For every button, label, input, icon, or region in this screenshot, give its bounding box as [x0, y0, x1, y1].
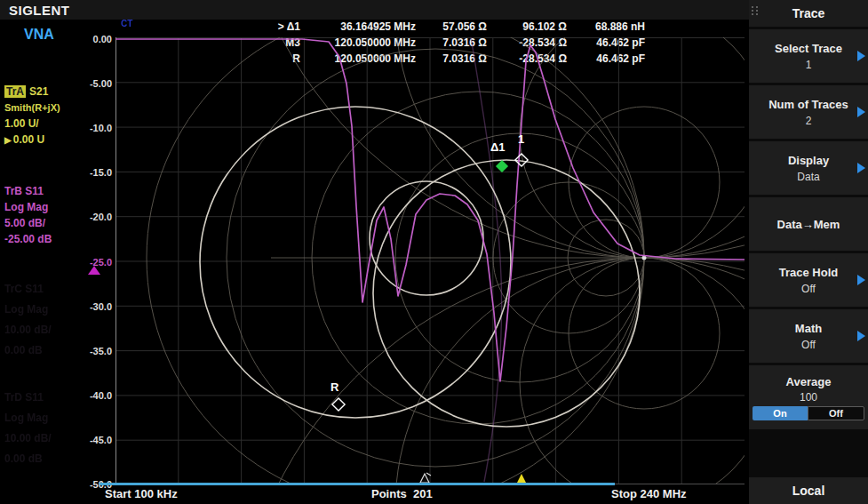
- submenu-arrow-icon: [857, 163, 865, 173]
- y-axis-label: -30.0: [52, 301, 112, 312]
- smith-chart-plot[interactable]: Δ1 1 R: [115, 37, 745, 484]
- trace-a-badge: TrA: [4, 85, 26, 98]
- sweep-stop-label: Stop 240 MHz: [611, 487, 687, 500]
- trace-d-info-dimmed: TrD S11Log Mag10.00 dB/0.00 dB: [4, 388, 52, 469]
- y-axis-label: -40.0: [52, 390, 112, 401]
- memory-trace-arc: [471, 37, 501, 482]
- trace-c-info-dimmed: TrC S11Log Mag10.00 dB/0.00 dB: [4, 279, 52, 361]
- vna-screen: { "brand": "SIGLENT", "app_label": "VNA"…: [0, 0, 868, 504]
- menu-header: Trace: [749, 0, 868, 27]
- y-axis-label: -45.0: [52, 435, 112, 445]
- trace-a-channel: S21: [29, 85, 48, 98]
- trace-b-ref-level-icon: [88, 266, 100, 275]
- average-toggle[interactable]: On Off: [753, 406, 864, 420]
- menu-grip-icon: [752, 6, 759, 15]
- submenu-arrow-icon: [857, 107, 865, 117]
- sweep-axis-line: [615, 484, 745, 484]
- select-trace-button[interactable]: Select Trace1: [749, 29, 868, 83]
- sweep-start-label: Start 100 kHz: [105, 487, 178, 500]
- y-axis-label-ref: -25.0: [52, 257, 112, 268]
- local-button[interactable]: Local: [749, 477, 868, 504]
- average-button[interactable]: Average 100 On Off: [749, 365, 868, 429]
- sweep-marker-delta-icon[interactable]: [420, 474, 429, 483]
- y-axis-label: -10.0: [52, 123, 112, 133]
- trace-a-format: Smith(R+jX): [4, 100, 60, 116]
- siglent-logo: SIGLENT: [9, 3, 70, 18]
- trace-a-ref: 0.00 U: [13, 133, 44, 146]
- sweep-progress-bar: [100, 483, 615, 485]
- data-to-mem-button[interactable]: Data→Mem: [749, 197, 868, 251]
- y-axis-label: -20.0: [52, 212, 112, 222]
- delta-marker-label: Δ1: [490, 140, 506, 154]
- average-off-option[interactable]: Off: [808, 406, 864, 420]
- ref-marker-label: R: [330, 380, 339, 394]
- delta-marker-icon[interactable]: [496, 160, 508, 172]
- submenu-arrow-icon: [857, 51, 865, 61]
- math-button[interactable]: MathOff: [749, 309, 868, 363]
- app-label: VNA: [24, 27, 54, 43]
- submenu-arrow-icon: [857, 275, 865, 285]
- sweep-points-label: Points 201: [371, 487, 433, 500]
- y-axis-label: -35.0: [52, 346, 112, 356]
- trace-b-scale: 5.00 dB/: [4, 215, 52, 231]
- trace-b-ref: -25.00 dB: [4, 231, 52, 247]
- trace-a-info[interactable]: TrAS21 Smith(R+jX) 1.00 U/ ▶0.00 U: [4, 84, 60, 148]
- top-bar: [0, 0, 868, 20]
- y-axis-label: -15.0: [52, 167, 112, 178]
- readout-row: > Δ136.164925 MHz57.056 Ω96.102 Ω68.886 …: [259, 19, 745, 35]
- y-axis-label: 0.00: [52, 34, 112, 44]
- average-on-option[interactable]: On: [753, 406, 808, 420]
- submenu-arrow-icon: [857, 331, 865, 341]
- display-button[interactable]: DisplayData: [749, 141, 868, 195]
- sweep-marker-active-icon[interactable]: [517, 474, 526, 483]
- trace-start-mark: CT: [121, 19, 132, 28]
- y-axis-label: -5.00: [52, 78, 112, 89]
- marker1-label: 1: [518, 132, 524, 146]
- num-of-traces-button[interactable]: Num of Traces2: [749, 85, 868, 139]
- softkey-panel: Trace Select Trace1 Num of Traces2 Displ…: [749, 0, 868, 504]
- trace-b-info[interactable]: TrB S11 Log Mag 5.00 dB/ -25.00 dB: [4, 183, 52, 247]
- trace-b-format: Log Mag: [4, 199, 52, 215]
- trace-hold-button[interactable]: Trace HoldOff: [749, 253, 868, 307]
- trace-b-title: TrB S11: [4, 183, 52, 199]
- ref-level-arrow-icon: ▶: [4, 135, 12, 145]
